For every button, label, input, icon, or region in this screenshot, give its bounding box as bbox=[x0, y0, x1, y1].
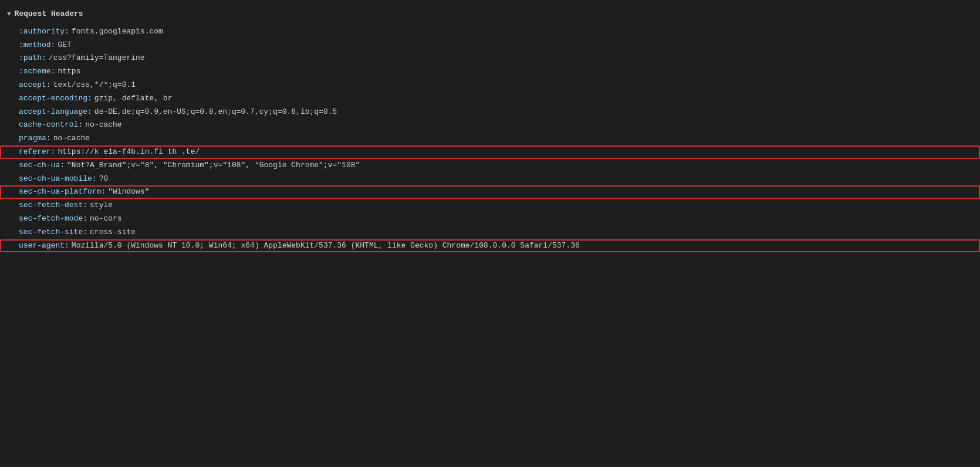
header-separator: : bbox=[92, 173, 97, 185]
header-separator: : bbox=[46, 133, 51, 145]
header-separator: : bbox=[101, 186, 106, 198]
header-value: cross-site bbox=[90, 226, 136, 239]
header-separator: : bbox=[83, 213, 87, 225]
header-value: no-cache bbox=[85, 119, 121, 131]
header-separator: : bbox=[78, 119, 83, 131]
header-value: "Windows" bbox=[108, 186, 149, 198]
header-row: pragma: no-cache bbox=[0, 132, 980, 145]
header-row: sec-ch-ua: "Not?A_Brand";v="8", "Chromiu… bbox=[0, 159, 980, 172]
header-value: no-cache bbox=[53, 133, 90, 145]
header-row: :path: /css?family=Tangerine bbox=[0, 52, 980, 65]
header-separator: : bbox=[87, 93, 92, 105]
header-row: :scheme: https bbox=[0, 65, 980, 79]
header-value: "Not?A_Brand";v="8", "Chromium";v="108",… bbox=[67, 160, 360, 172]
header-name: sec-fetch-site bbox=[19, 226, 83, 239]
header-name: :path bbox=[19, 52, 42, 65]
header-separator: : bbox=[65, 240, 69, 252]
header-row: cache-control: no-cache bbox=[0, 119, 980, 132]
header-separator: : bbox=[51, 39, 56, 52]
header-value: /css?family=Tangerine bbox=[49, 52, 145, 65]
header-separator: : bbox=[51, 146, 56, 158]
request-headers-panel: ▼ Request Headers :authority: fonts.goog… bbox=[0, 0, 980, 258]
section-title: Request Headers bbox=[15, 8, 83, 21]
header-row: sec-fetch-mode: no-cors bbox=[0, 212, 980, 226]
header-value: fonts.googleapis.com bbox=[72, 26, 163, 38]
header-separator: : bbox=[60, 160, 65, 172]
header-name: accept bbox=[19, 79, 46, 92]
chevron-icon: ▼ bbox=[7, 9, 11, 20]
header-row: sec-fetch-site: cross-site bbox=[0, 226, 980, 239]
header-name: accept-language bbox=[19, 106, 87, 119]
section-header[interactable]: ▼ Request Headers bbox=[0, 5, 980, 24]
header-row: accept-language: de-DE,de;q=0.9,en-US;q=… bbox=[0, 106, 980, 119]
header-name: sec-fetch-mode bbox=[19, 213, 83, 225]
header-value: style bbox=[90, 199, 113, 212]
header-separator: : bbox=[46, 79, 51, 92]
header-separator: : bbox=[65, 26, 69, 38]
header-separator: : bbox=[51, 66, 56, 78]
header-value: GET bbox=[58, 39, 71, 52]
header-value: https://k e1a-f4b.in.fi th .te/ bbox=[58, 146, 200, 158]
header-name: pragma bbox=[19, 133, 46, 145]
header-value: de-DE,de;q=0.9,en-US;q=0.8,en;q=0.7,cy;q… bbox=[94, 106, 337, 119]
header-row: :method: GET bbox=[0, 39, 980, 52]
headers-list: :authority: fonts.googleapis.com:method:… bbox=[0, 24, 980, 254]
header-row: accept: text/css,*/*;q=0.1 bbox=[0, 79, 980, 92]
header-name: sec-ch-ua-platform bbox=[19, 186, 101, 198]
header-value: https bbox=[58, 66, 80, 78]
header-name: accept-encoding bbox=[19, 93, 87, 105]
header-value: text/css,*/*;q=0.1 bbox=[53, 79, 136, 92]
header-name: :scheme bbox=[19, 66, 51, 78]
header-value: gzip, deflate, br bbox=[94, 93, 173, 105]
header-row: user-agent: Mozilla/5.0 (Windows NT 10.0… bbox=[0, 239, 980, 253]
header-separator: : bbox=[42, 52, 46, 65]
header-row: sec-ch-ua-mobile: ?0 bbox=[0, 172, 980, 186]
header-name: user-agent bbox=[19, 240, 65, 252]
header-name: sec-ch-ua bbox=[19, 160, 60, 172]
header-name: sec-ch-ua-mobile bbox=[19, 173, 92, 185]
header-row: sec-ch-ua-platform: "Windows" bbox=[0, 185, 980, 199]
header-row: :authority: fonts.googleapis.com bbox=[0, 25, 980, 39]
header-value: no-cors bbox=[90, 213, 122, 225]
header-value: ?0 bbox=[99, 173, 109, 185]
header-value: Mozilla/5.0 (Windows NT 10.0; Win64; x64… bbox=[72, 240, 580, 252]
header-row: accept-encoding: gzip, deflate, br bbox=[0, 92, 980, 106]
header-separator: : bbox=[87, 106, 92, 119]
header-name: sec-fetch-dest bbox=[19, 199, 83, 212]
header-separator: : bbox=[83, 199, 87, 212]
header-name: :method bbox=[19, 39, 51, 52]
header-name: referer bbox=[19, 146, 51, 158]
header-row: referer: https://k e1a-f4b.in.fi th .te/ bbox=[0, 145, 980, 159]
header-row: sec-fetch-dest: style bbox=[0, 199, 980, 212]
header-name: :authority bbox=[19, 26, 65, 38]
header-separator: : bbox=[83, 226, 87, 239]
header-name: cache-control bbox=[19, 119, 78, 131]
